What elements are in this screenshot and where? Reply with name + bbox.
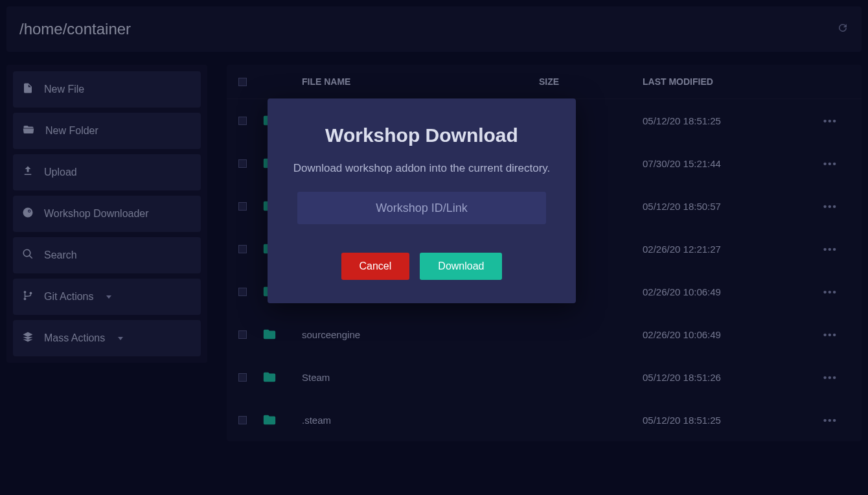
modal-title: Workshop Download (287, 124, 556, 146)
cancel-button[interactable]: Cancel (341, 253, 410, 280)
modal-description: Download workshop addon into the current… (287, 162, 556, 175)
download-button[interactable]: Download (420, 253, 502, 280)
workshop-download-modal: Workshop Download Download workshop addo… (268, 98, 576, 303)
workshop-id-input[interactable] (297, 192, 546, 224)
